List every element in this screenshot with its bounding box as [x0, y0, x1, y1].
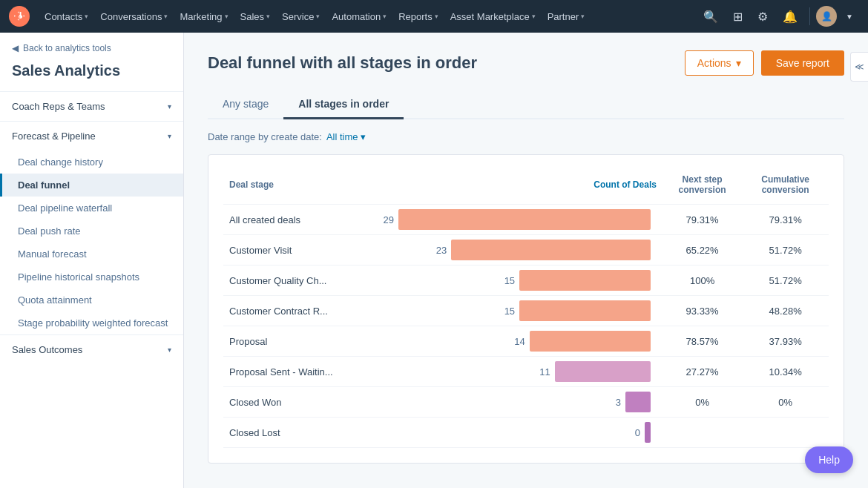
cell-cumul-7 — [742, 418, 829, 448]
col-header-cumulative: Cumulative conversion — [742, 170, 829, 205]
sidebar-item-deal-push-rate[interactable]: Deal push rate — [0, 220, 183, 243]
cell-stage-6: Closed Won — [223, 387, 377, 418]
sidebar: ◀ Back to analytics tools Sales Analytic… — [0, 33, 184, 488]
sidebar-item-deal-pipeline-waterfall[interactable]: Deal pipeline waterfall — [0, 197, 183, 220]
actions-chevron-icon: ▾ — [736, 57, 741, 69]
section-forecast-header[interactable]: Forecast & Pipeline ▾ — [0, 122, 183, 151]
nav-item-chevron: ▾ — [581, 13, 585, 20]
actions-button[interactable]: Actions ▾ — [685, 50, 754, 76]
nav-item-chevron: ▾ — [225, 13, 228, 20]
funnel-table: Deal stage Count of Deals Next step conv… — [223, 170, 829, 448]
settings-button[interactable]: ⚙ — [752, 5, 774, 28]
col-header-stage: Deal stage — [223, 170, 377, 205]
save-report-button[interactable]: Save report — [761, 50, 844, 76]
apps-button[interactable]: ⊞ — [727, 5, 749, 28]
table-row: Customer Visit 23 65.22% 51.72% — [223, 235, 829, 266]
page-header: Deal funnel with all stages in order Act… — [208, 50, 844, 76]
cell-bar-4: 14 — [377, 326, 662, 357]
cell-bar-6: 3 — [377, 387, 662, 418]
cell-bar-7: 0 — [377, 418, 662, 448]
sidebar-item-stage-probability-weighted-forecast[interactable]: Stage probability weighted forecast — [0, 311, 183, 334]
cell-stage-1: Customer Visit — [223, 235, 377, 266]
table-row: Closed Lost 0 — [223, 418, 829, 448]
date-filter-label: Date range by create date: — [208, 131, 322, 142]
cell-stage-3: Customer Contract R... — [223, 296, 377, 326]
date-filter-chevron-icon: ▾ — [361, 131, 366, 142]
cell-next-3: 93.33% — [662, 296, 742, 326]
cell-next-2: 100% — [662, 266, 742, 296]
nav-item-partner[interactable]: Partner▾ — [542, 7, 591, 27]
cell-stage-7: Closed Lost — [223, 418, 377, 448]
back-to-analytics-link[interactable]: ◀ Back to analytics tools — [0, 33, 183, 59]
sidebar-item-pipeline-historical-snapshots[interactable]: Pipeline historical snapshots — [0, 266, 183, 288]
section-forecast-label: Forecast & Pipeline — [12, 131, 96, 142]
nav-item-chevron: ▾ — [383, 13, 387, 20]
section-sales-header[interactable]: Sales Outcomes ▾ — [0, 335, 183, 364]
help-button[interactable]: Help — [805, 446, 853, 473]
expand-button[interactable]: ▼ — [840, 8, 859, 25]
section-forecast-pipeline: Forecast & Pipeline ▾ Deal change histor… — [0, 121, 183, 334]
nav-item-chevron: ▾ — [532, 13, 536, 20]
nav-item-asset-marketplace[interactable]: Asset Marketplace▾ — [444, 7, 542, 27]
col-header-count: Count of Deals — [377, 170, 662, 205]
section-sales-chevron: ▾ — [168, 346, 171, 354]
cell-next-6: 0% — [662, 387, 742, 418]
table-row: Closed Won 3 0% 0% — [223, 387, 829, 418]
cell-cumul-1: 51.72% — [742, 235, 829, 266]
table-row: Customer Contract R... 15 93.33% 48.28% — [223, 296, 829, 326]
nav-item-automation[interactable]: Automation▾ — [326, 7, 392, 27]
notifications-button[interactable]: 🔔 — [777, 5, 803, 28]
cell-bar-1: 23 — [377, 235, 662, 266]
app-body: ◀ Back to analytics tools Sales Analytic… — [0, 33, 868, 488]
nav-item-contacts[interactable]: Contacts▾ — [39, 7, 94, 27]
date-filter: Date range by create date: All time ▾ — [208, 131, 844, 142]
section-coach-reps: Coach Reps & Teams ▾ — [0, 91, 183, 121]
sidebar-item-manual-forecast[interactable]: Manual forecast — [0, 243, 183, 266]
table-row: Proposal Sent - Waitin... 11 27.27% 10.3… — [223, 357, 829, 387]
forecast-pipeline-items: Deal change historyDeal funnelDeal pipel… — [0, 151, 183, 334]
nav-item-chevron: ▾ — [85, 13, 88, 20]
search-button[interactable]: 🔍 — [697, 5, 724, 28]
nav-item-conversations[interactable]: Conversations▾ — [94, 7, 174, 27]
hubspot-logo[interactable] — [9, 6, 30, 27]
section-sales-outcomes: Sales Outcomes ▾ — [0, 334, 183, 364]
cell-cumul-4: 37.93% — [742, 326, 829, 357]
back-label: Back to analytics tools — [23, 43, 111, 53]
nav-item-chevron: ▾ — [164, 13, 168, 20]
collapse-sidebar-button[interactable]: ≪ — [850, 52, 868, 82]
cell-cumul-5: 10.34% — [742, 357, 829, 387]
date-filter-value[interactable]: All time ▾ — [326, 131, 366, 142]
back-chevron-icon: ◀ — [12, 43, 19, 53]
col-header-next-step: Next step conversion — [662, 170, 742, 205]
cell-bar-2: 15 — [377, 266, 662, 296]
section-coach-reps-header[interactable]: Coach Reps & Teams ▾ — [0, 92, 183, 121]
funnel-chart-card: Deal stage Count of Deals Next step conv… — [208, 154, 844, 464]
top-navigation: Contacts▾Conversations▾Marketing▾Sales▾S… — [0, 0, 868, 33]
nav-item-reports[interactable]: Reports▾ — [392, 7, 444, 27]
cell-cumul-6: 0% — [742, 387, 829, 418]
nav-items: Contacts▾Conversations▾Marketing▾Sales▾S… — [39, 7, 591, 27]
sidebar-item-deal-funnel[interactable]: Deal funnel — [0, 174, 183, 197]
table-row: All created deals 29 79.31% 79.31% — [223, 205, 829, 235]
user-avatar[interactable]: 👤 — [816, 6, 837, 27]
cell-next-0: 79.31% — [662, 205, 742, 235]
nav-item-chevron: ▾ — [435, 13, 438, 20]
cell-next-1: 65.22% — [662, 235, 742, 266]
tab-all-stages-in-order[interactable]: All stages in order — [283, 90, 404, 119]
sidebar-item-deal-change-history[interactable]: Deal change history — [0, 151, 183, 174]
section-forecast-chevron: ▾ — [168, 132, 171, 140]
tab-any-stage[interactable]: Any stage — [208, 90, 283, 119]
nav-item-marketing[interactable]: Marketing▾ — [174, 7, 234, 27]
cell-bar-0: 29 — [377, 205, 662, 235]
cell-cumul-2: 51.72% — [742, 266, 829, 296]
sidebar-item-quota-attainment[interactable]: Quota attainment — [0, 288, 183, 311]
section-coach-reps-label: Coach Reps & Teams — [12, 101, 105, 112]
nav-item-service[interactable]: Service▾ — [276, 7, 326, 27]
page-title: Deal funnel with all stages in order — [208, 53, 477, 73]
cell-next-7 — [662, 418, 742, 448]
nav-item-chevron: ▾ — [316, 13, 320, 20]
page-actions: Actions ▾ Save report — [685, 50, 844, 76]
section-coach-reps-chevron: ▾ — [168, 102, 171, 111]
nav-item-sales[interactable]: Sales▾ — [234, 7, 277, 27]
section-sales-label: Sales Outcomes — [12, 344, 82, 355]
